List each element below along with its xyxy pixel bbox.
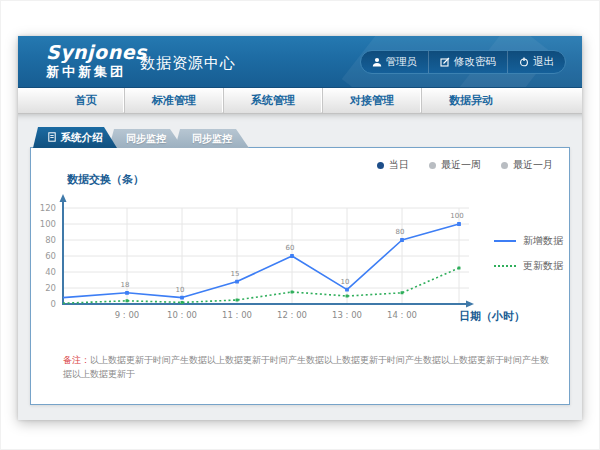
svg-text:100: 100 <box>40 219 56 229</box>
svg-text:10 : 00: 10 : 00 <box>167 310 197 320</box>
radio-dot-icon <box>429 162 436 169</box>
system-intro-panel: 当日 最近一周 最近一月 数据交换（条） 0204060801001209 : … <box>30 147 570 405</box>
y-axis-title: 数据交换（条） <box>67 172 144 187</box>
brand-logo-subtext: 新中新集团 <box>46 65 147 79</box>
filter-option-last-month[interactable]: 最近一月 <box>501 158 553 172</box>
change-password-button[interactable]: 修改密码 <box>428 51 507 73</box>
svg-text:120: 120 <box>40 203 56 213</box>
footnote-prefix: 备注： <box>63 355 90 365</box>
user-bar: 管理员 修改密码 退出 <box>360 50 567 74</box>
brand-logo: Synjones 新中新集团 <box>46 43 147 79</box>
radio-dot-icon <box>377 162 384 169</box>
radio-dot-icon <box>501 162 508 169</box>
filter-label: 当日 <box>389 158 409 172</box>
document-icon <box>48 132 56 144</box>
svg-text:80: 80 <box>45 235 56 245</box>
svg-text:60: 60 <box>45 251 56 261</box>
tab-sync-monitor-2[interactable]: 同步监控 <box>175 129 249 148</box>
dotted-line-icon <box>494 265 516 267</box>
filter-option-last-week[interactable]: 最近一周 <box>429 158 481 172</box>
page-title: 数据资源中心 <box>140 54 236 73</box>
app-header: Synjones 新中新集团 数据资源中心 管理员 修改密码 退出 <box>18 36 582 88</box>
nav-item-home[interactable]: 首页 <box>48 88 124 113</box>
filter-label: 最近一月 <box>513 158 553 172</box>
svg-text:0: 0 <box>51 299 56 309</box>
power-icon <box>519 57 529 67</box>
x-axis-title: 日期（小时） <box>459 309 525 324</box>
page: { "brand": { "logo_main": "Synjones", "l… <box>0 0 600 450</box>
svg-text:14 : 00: 14 : 00 <box>387 310 417 320</box>
svg-text:100: 100 <box>450 212 463 220</box>
app-window: Synjones 新中新集团 数据资源中心 管理员 修改密码 退出 <box>18 36 582 420</box>
svg-text:10: 10 <box>176 286 185 294</box>
tab-system-intro[interactable]: 系统介绍 <box>33 127 117 148</box>
footnote: 备注：以上数据更新于时间产生数据以上数据更新于时间产生数据以上数据更新于时间产生… <box>63 354 549 381</box>
svg-text:11 : 00: 11 : 00 <box>222 310 252 320</box>
filter-option-today[interactable]: 当日 <box>377 158 409 172</box>
logout-button[interactable]: 退出 <box>507 51 565 73</box>
legend-label: 更新数据 <box>523 259 563 273</box>
chart-legend: 新增数据 更新数据 <box>494 234 563 273</box>
change-password-label: 修改密码 <box>454 55 496 69</box>
svg-text:10: 10 <box>341 278 350 286</box>
exchange-chart: 0204060801001209 : 0010 : 0011 : 0012 : … <box>31 192 481 332</box>
svg-text:80: 80 <box>396 228 405 236</box>
svg-text:15: 15 <box>231 270 240 278</box>
logout-label: 退出 <box>533 55 554 69</box>
nav-item-system-management[interactable]: 系统管理 <box>223 88 322 113</box>
svg-text:40: 40 <box>45 267 56 277</box>
legend-item-new-data[interactable]: 新增数据 <box>494 234 563 248</box>
content-area: 系统介绍 同步监控 同步监控 当日 最近一周 <box>18 114 582 420</box>
svg-text:13 : 00: 13 : 00 <box>332 310 362 320</box>
brand-logo-text: Synjones <box>46 43 147 63</box>
tab-sync-monitor-1[interactable]: 同步监控 <box>109 129 183 148</box>
legend-item-update-data[interactable]: 更新数据 <box>494 259 563 273</box>
svg-text:9 : 00: 9 : 00 <box>115 310 140 320</box>
tab-label: 同步监控 <box>192 132 232 146</box>
nav-item-interface-management[interactable]: 对接管理 <box>322 88 421 113</box>
user-menu-label: 管理员 <box>386 55 418 69</box>
svg-text:12 : 00: 12 : 00 <box>277 310 307 320</box>
main-nav: 首页 标准管理 系统管理 对接管理 数据异动 <box>18 88 582 114</box>
legend-label: 新增数据 <box>523 234 563 248</box>
user-icon <box>372 57 382 67</box>
time-range-filter: 当日 最近一周 最近一月 <box>377 158 553 172</box>
solid-line-icon <box>494 240 516 242</box>
svg-text:20: 20 <box>45 283 56 293</box>
nav-item-standard-management[interactable]: 标准管理 <box>124 88 223 113</box>
tab-bar: 系统介绍 同步监控 同步监控 <box>33 127 249 148</box>
edit-icon <box>440 57 450 67</box>
filter-label: 最近一周 <box>441 158 481 172</box>
tab-label: 同步监控 <box>126 132 166 146</box>
svg-text:60: 60 <box>286 244 295 252</box>
nav-item-data-change[interactable]: 数据异动 <box>421 88 520 113</box>
user-menu-button[interactable]: 管理员 <box>361 51 429 73</box>
svg-text:18: 18 <box>121 281 130 289</box>
footnote-text: 以上数据更新于时间产生数据以上数据更新于时间产生数据以上数据更新于时间产生数据以… <box>63 355 549 379</box>
tab-label: 系统介绍 <box>61 131 103 145</box>
